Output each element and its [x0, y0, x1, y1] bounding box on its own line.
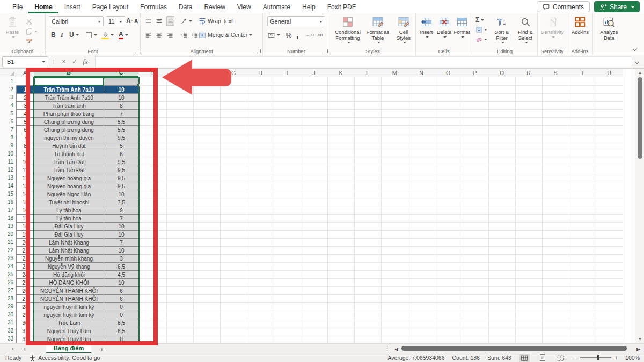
row-header-20[interactable]: 20: [0, 230, 16, 239]
ribbon-tab-help[interactable]: Help: [296, 0, 321, 13]
copy-button[interactable]: [26, 26, 38, 36]
conditional-formatting-button[interactable]: Conditional Formatting: [332, 16, 363, 44]
orientation-button[interactable]: [180, 16, 192, 26]
sensitivity-button[interactable]: Sensitivity: [540, 16, 565, 39]
ribbon-tab-review[interactable]: Review: [198, 0, 231, 13]
row-header-23[interactable]: 23: [0, 254, 16, 263]
scrollbar-resize-handle[interactable]: ⋮: [384, 345, 390, 352]
grow-font-button[interactable]: A^: [126, 16, 133, 26]
row-header-6[interactable]: 6: [0, 117, 16, 126]
zoom-level[interactable]: 100%: [625, 354, 640, 361]
percent-style-button[interactable]: %: [286, 30, 292, 40]
column-header-I[interactable]: I: [274, 69, 301, 77]
align-left-button[interactable]: [145, 30, 152, 40]
merge-center-button[interactable]: Merge & Center: [199, 30, 252, 40]
row-header-10[interactable]: 10: [0, 150, 16, 158]
number-format-select[interactable]: General: [267, 16, 325, 26]
align-top-button[interactable]: [145, 16, 152, 26]
align-bottom-button[interactable]: [166, 16, 174, 26]
column-header-P[interactable]: P: [462, 69, 489, 77]
font-color-button[interactable]: A: [119, 30, 128, 40]
row-header-32[interactable]: 32: [0, 327, 16, 335]
autosum-button[interactable]: Σ: [475, 15, 484, 25]
sheet-nav-prev-icon[interactable]: ‹: [12, 344, 14, 353]
ribbon-tab-home[interactable]: Home: [28, 0, 58, 13]
collapse-ribbon-icon[interactable]: [633, 47, 637, 51]
increase-indent-button[interactable]: [191, 30, 198, 40]
horizontal-scroll-thumb[interactable]: [401, 346, 627, 351]
accounting-format-button[interactable]: [267, 30, 280, 40]
scroll-left-icon[interactable]: ◀: [394, 346, 398, 352]
cell-styles-button[interactable]: Cell Styles: [392, 16, 415, 44]
ribbon-tab-file[interactable]: File: [6, 0, 28, 13]
row-header-24[interactable]: 24: [0, 262, 16, 271]
column-header-O[interactable]: O: [435, 69, 462, 77]
row-header-2[interactable]: 2: [0, 85, 16, 94]
shrink-font-button[interactable]: Aˇ: [134, 16, 140, 26]
row-header-16[interactable]: 16: [0, 198, 16, 206]
zoom-slider[interactable]: [580, 357, 611, 358]
align-right-button[interactable]: [166, 30, 173, 40]
column-header-S[interactable]: S: [542, 69, 569, 77]
column-header-L[interactable]: L: [354, 69, 382, 77]
row-header-27[interactable]: 27: [0, 286, 16, 295]
row-header-29[interactable]: 29: [0, 302, 16, 311]
ribbon-tab-insert[interactable]: Insert: [58, 0, 86, 13]
column-header-K[interactable]: K: [327, 69, 355, 77]
row-header-15[interactable]: 15: [0, 190, 16, 198]
row-header-14[interactable]: 14: [0, 182, 16, 190]
paste-button[interactable]: Paste: [2, 16, 23, 39]
name-box[interactable]: B1: [2, 56, 48, 67]
column-header-R[interactable]: R: [515, 69, 543, 77]
cancel-button[interactable]: ×: [58, 58, 69, 65]
clear-button[interactable]: [475, 34, 487, 44]
ribbon-tab-formulas[interactable]: Formulas: [134, 0, 173, 13]
format-painter-button[interactable]: [26, 36, 33, 46]
zoom-slider-thumb[interactable]: [597, 355, 599, 360]
comma-style-button[interactable]: ,: [296, 30, 298, 40]
row-header-28[interactable]: 28: [0, 294, 16, 303]
font-dialog-launcher[interactable]: [135, 49, 138, 53]
row-header-4[interactable]: 4: [0, 101, 16, 110]
ribbon-tab-automate[interactable]: Automate: [257, 0, 296, 13]
format-as-table-button[interactable]: Format as Table: [364, 16, 391, 44]
select-all-corner[interactable]: [0, 69, 16, 77]
vertical-scroll-thumb[interactable]: [638, 77, 642, 159]
font-name-select[interactable]: Calibri: [49, 16, 104, 26]
insert-cells-button[interactable]: Insert: [418, 16, 435, 39]
zoom-in-button[interactable]: +: [614, 354, 618, 361]
comments-button[interactable]: Comments: [537, 1, 590, 12]
borders-button[interactable]: [85, 30, 97, 40]
cut-button[interactable]: [26, 16, 33, 26]
row-header-19[interactable]: 19: [0, 222, 16, 231]
ribbon-tab-page-layout[interactable]: Page Layout: [86, 0, 134, 13]
analyze-data-button[interactable]: Analyze Data: [596, 16, 623, 41]
delete-cells-button[interactable]: Delete: [435, 16, 453, 39]
column-header-U[interactable]: U: [596, 69, 623, 77]
font-size-select[interactable]: 11: [106, 16, 125, 26]
share-button[interactable]: Share: [594, 1, 640, 12]
row-header-30[interactable]: 30: [0, 311, 16, 319]
column-header-M[interactable]: M: [381, 69, 408, 77]
enter-button[interactable]: ✓: [69, 58, 80, 65]
underline-button[interactable]: U: [69, 30, 79, 40]
decrease-decimal-button[interactable]: .00: [317, 30, 323, 40]
align-center-button[interactable]: [156, 30, 163, 40]
row-header-1[interactable]: 1: [0, 77, 16, 86]
ribbon-tab-data[interactable]: Data: [173, 0, 198, 13]
bold-button[interactable]: B: [51, 30, 56, 40]
fill-color-button[interactable]: [101, 30, 114, 40]
row-header-8[interactable]: 8: [0, 134, 16, 142]
row-header-12[interactable]: 12: [0, 166, 16, 174]
row-header-13[interactable]: 13: [0, 174, 16, 182]
align-middle-button[interactable]: [156, 16, 163, 26]
column-header-Q[interactable]: Q: [488, 69, 516, 77]
row-header-3[interactable]: 3: [0, 93, 16, 102]
row-header-21[interactable]: 21: [0, 238, 16, 247]
row-header-17[interactable]: 17: [0, 206, 16, 215]
insert-function-button[interactable]: fx: [80, 57, 91, 66]
format-cells-button[interactable]: Format: [453, 16, 471, 39]
vertical-scrollbar[interactable]: ▲ ▼: [635, 69, 644, 343]
column-header-N[interactable]: N: [408, 69, 435, 77]
column-header-J[interactable]: J: [301, 69, 328, 77]
